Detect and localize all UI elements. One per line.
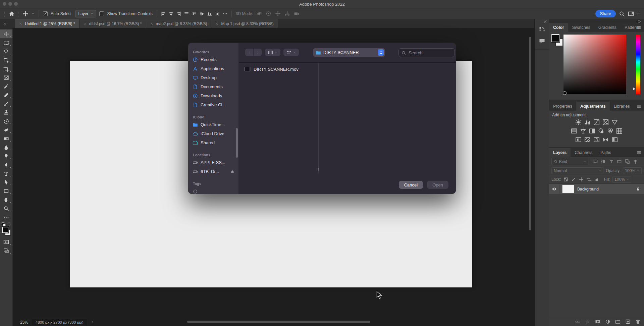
blend-mode-dropdown[interactable]: Normal	[551, 167, 603, 174]
sidebar-item[interactable]: APPLE SS...	[188, 158, 238, 167]
sidebar-scrollbar[interactable]	[236, 128, 238, 158]
camera-3d-icon[interactable]	[294, 11, 300, 16]
sidebar-item[interactable]: Recents	[188, 55, 238, 64]
slide-3d-icon[interactable]	[284, 11, 290, 16]
hamburger-icon[interactable]	[637, 104, 641, 109]
default-colors-icon[interactable]	[2, 222, 5, 226]
tool-frame[interactable]	[0, 73, 12, 82]
move-tool-preset-icon[interactable]	[22, 11, 29, 17]
document-tab[interactable]: map2.psd @ 8.33% (RGB/8)	[146, 19, 212, 28]
foreground-color-swatch[interactable]	[2, 227, 8, 233]
close-window-button[interactable]	[3, 2, 6, 6]
document-tab[interactable]: Map 1.psd @ 8.33% (RGB/8)	[211, 19, 278, 28]
comments-panel-icon[interactable]	[539, 38, 545, 44]
new-layer-icon[interactable]	[625, 319, 631, 324]
layer-filter-kind-dropdown[interactable]: Kind	[551, 158, 588, 165]
selective-color-icon[interactable]	[611, 137, 618, 143]
chevron-down-icon[interactable]	[32, 12, 35, 15]
lock-move-icon[interactable]	[579, 177, 584, 182]
hue-slider-marker[interactable]	[633, 88, 635, 90]
column-resize-handle[interactable]	[317, 168, 319, 171]
close-icon[interactable]	[19, 22, 22, 25]
black-white-icon[interactable]	[589, 128, 595, 134]
more-dots-icon[interactable]	[223, 11, 227, 16]
lock-artboard-icon[interactable]	[587, 177, 591, 182]
filter-pin-icon[interactable]	[633, 159, 638, 164]
adjustment-icon[interactable]	[605, 319, 610, 324]
panel-tab[interactable]: Paths	[596, 148, 615, 157]
sidebar-item[interactable]: Shared	[188, 138, 238, 147]
home-icon[interactable]	[9, 11, 15, 17]
dialog-search-field[interactable]	[398, 48, 455, 57]
hamburger-icon[interactable]	[637, 150, 641, 155]
sidebar-item[interactable]	[188, 187, 238, 194]
back-button[interactable]	[245, 49, 253, 56]
tool-gradient[interactable]	[0, 134, 12, 143]
tool-screen-mode[interactable]	[0, 246, 12, 255]
current-folder-dropdown[interactable]: DIRTY SCANNER	[313, 48, 385, 57]
filter-adjustment-icon[interactable]	[601, 159, 606, 164]
auto-select-checkbox[interactable]	[43, 11, 48, 16]
visibility-toggle[interactable]	[549, 184, 560, 194]
column-divider[interactable]	[318, 63, 319, 173]
orbit-3d-icon[interactable]	[256, 11, 262, 16]
tool-type[interactable]	[0, 169, 12, 178]
layer-row[interactable]: Background	[549, 184, 644, 194]
color-lookup-icon[interactable]	[616, 128, 623, 134]
show-transform-checkbox[interactable]	[99, 11, 104, 16]
panel-tab[interactable]: Channels	[571, 148, 596, 157]
expand-panels-icon[interactable]	[543, 20, 547, 24]
group-icon[interactable]	[615, 319, 621, 324]
gradient-map-icon[interactable]	[602, 137, 609, 143]
fg-bg-swatches[interactable]	[551, 34, 564, 48]
tool-blur[interactable]	[0, 143, 12, 152]
panel-tab[interactable]: Properties	[549, 102, 576, 111]
tool-quick-mask[interactable]	[0, 237, 12, 246]
file-item[interactable]: DIRTY SCANNER.mov	[238, 65, 456, 73]
curves-icon[interactable]	[593, 119, 600, 125]
trash-icon[interactable]	[635, 319, 641, 324]
search-input[interactable]	[408, 50, 452, 56]
tool-pen[interactable]	[0, 160, 12, 169]
color-balance-icon[interactable]	[580, 128, 586, 134]
color-field-marker[interactable]	[563, 91, 567, 95]
fx-icon[interactable]: fx	[585, 319, 590, 324]
panel-tab[interactable]: Layers	[549, 148, 571, 157]
roll-3d-icon[interactable]	[266, 11, 271, 16]
vertical-scrollbar[interactable]	[529, 37, 531, 230]
levels-icon[interactable]	[584, 119, 591, 125]
tool-history-brush[interactable]	[0, 117, 12, 125]
lock-checker-icon[interactable]	[564, 177, 568, 182]
exposure-icon[interactable]	[602, 119, 609, 125]
panel-tab[interactable]: Adjustments	[576, 102, 610, 111]
tool-dodge[interactable]	[0, 152, 12, 160]
column-view-button[interactable]	[265, 49, 280, 56]
document-tab[interactable]: dfdsf.psd @ 16.7% (RGB/8) *	[79, 19, 146, 28]
cancel-button[interactable]: Cancel	[399, 181, 423, 189]
distribute-icon[interactable]	[215, 11, 220, 16]
vibrance-icon[interactable]	[611, 119, 618, 125]
hue-saturation-icon[interactable]	[571, 128, 577, 134]
photo-filter-icon[interactable]	[598, 128, 604, 134]
align-justify-icon[interactable]	[184, 11, 189, 16]
close-icon[interactable]	[84, 22, 87, 25]
tab-overflow[interactable]	[0, 19, 15, 28]
swap-colors-icon[interactable]	[7, 222, 11, 226]
document-tab[interactable]: Untitled-1 @ 25% (RGB/8) *	[15, 19, 79, 28]
tool-object-selection[interactable]	[0, 56, 12, 64]
tool-eyedropper[interactable]	[0, 82, 12, 91]
sidebar-item[interactable]: 6TB_Dr...	[188, 167, 238, 176]
hue-slider[interactable]	[636, 35, 640, 94]
zoom-level[interactable]: 25%	[20, 320, 28, 325]
search-icon[interactable]	[619, 11, 625, 17]
panel-tab[interactable]: Libraries	[610, 102, 634, 111]
open-button[interactable]: Open	[427, 181, 448, 189]
tool-path-selection[interactable]	[0, 178, 12, 186]
align-left-icon[interactable]	[161, 11, 166, 16]
status-expand-icon[interactable]	[91, 320, 95, 324]
sidebar-item[interactable]: QuickTime...	[188, 120, 238, 129]
threshold-icon[interactable]	[593, 137, 600, 143]
workspace-icon[interactable]	[628, 11, 634, 17]
eject-icon[interactable]	[230, 169, 235, 174]
opacity-value-box[interactable]: 100%	[623, 167, 642, 174]
